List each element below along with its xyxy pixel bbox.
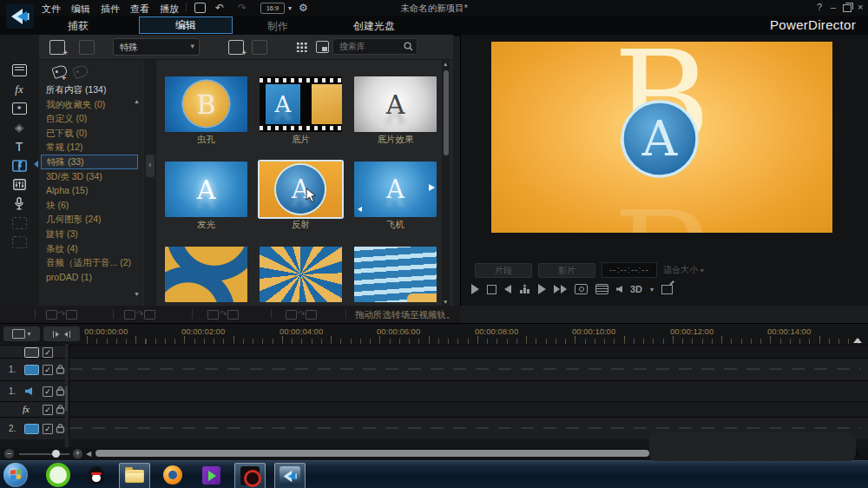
fast-forward-button[interactable] [554, 285, 567, 293]
category-stripes[interactable]: 条纹 (4) [41, 241, 138, 256]
video-track-1-row[interactable]: 1. ✓ [0, 358, 868, 380]
zoom-out-button[interactable]: – [4, 449, 14, 458]
taskbar-firefox-icon[interactable] [158, 463, 187, 487]
tracks-vertical-scrollbar[interactable] [65, 344, 69, 447]
library-scroll-down-icon[interactable]: ▼ [443, 299, 448, 305]
volume-button[interactable] [616, 286, 622, 293]
zoom-slider-track[interactable] [19, 453, 69, 455]
library-filter-dropdown[interactable]: 特殊 ▾ [113, 38, 200, 56]
transition-thumb-reflection-selected[interactable]: A [260, 162, 342, 217]
new-folder-icon[interactable]: + [228, 40, 244, 55]
category-scroll-down-icon[interactable]: ▼ [134, 291, 140, 297]
tab-create-disc[interactable]: 创建光盘 [353, 19, 395, 34]
taskbar-explorer-icon[interactable] [119, 463, 150, 488]
category-3d[interactable]: 3D/类 3D (34) [41, 169, 138, 184]
effect-room-icon[interactable]: fx [11, 82, 27, 96]
undock-preview-button[interactable] [661, 285, 673, 294]
close-button[interactable]: × [858, 2, 863, 13]
menu-plugins[interactable]: 插件 [101, 3, 120, 16]
scroll-left-icon[interactable]: ◀ [86, 450, 91, 458]
tab-capture[interactable]: 捕获 [68, 19, 89, 34]
zoom-in-button[interactable]: + [73, 449, 82, 458]
minimize-button[interactable]: – [831, 2, 836, 13]
aspect-ratio-badge[interactable]: 16:9 [260, 3, 285, 14]
track-lock-icon[interactable] [56, 364, 65, 374]
start-button[interactable] [3, 463, 28, 487]
category-favorites[interactable]: 我的收藏夹 (0) [41, 97, 138, 112]
library-search-input[interactable] [338, 40, 402, 53]
transition-thumb-sunburst[interactable] [260, 247, 342, 302]
category-general[interactable]: 常规 (12) [41, 140, 138, 155]
pip-objects-room-icon[interactable]: ✶ [11, 101, 27, 115]
library-scrollbar-thumb[interactable] [444, 70, 449, 155]
aspect-chevron-icon[interactable]: ▾ [288, 2, 292, 16]
transition-room-icon[interactable] [11, 158, 27, 173]
track-enable-checkbox[interactable]: ✓ [43, 386, 53, 397]
transition-thumb-plane[interactable]: A [354, 162, 437, 217]
audio-track-1-row[interactable]: 1. ✓ [0, 380, 868, 401]
preview-quality-button[interactable] [595, 284, 608, 294]
category-rotate[interactable]: 旋转 (3) [41, 227, 138, 241]
category-audio[interactable]: 音频（适用于音... (2) [41, 255, 138, 270]
timecode-display[interactable]: --:--:--:-- [602, 262, 657, 278]
import-media-icon[interactable]: + [49, 40, 65, 55]
collapse-panel-button[interactable]: ‹ [146, 155, 155, 177]
movie-mode-button[interactable]: 影片 [538, 263, 595, 278]
voice-over-room-icon[interactable] [11, 196, 27, 211]
zoom-slider-handle[interactable] [52, 450, 60, 458]
3d-chevron-icon[interactable]: ▾ [650, 286, 654, 293]
redo-icon[interactable]: ↷ [238, 1, 247, 15]
track-enable-checkbox[interactable]: ✓ [43, 424, 53, 434]
timeline-scrollbar-thumb[interactable] [95, 450, 649, 457]
fit-timeline-button[interactable] [43, 326, 80, 341]
category-scroll-up-icon[interactable]: ▲ [134, 98, 140, 104]
menu-view[interactable]: 查看 [130, 3, 149, 16]
snapshot-button[interactable] [575, 284, 588, 294]
transition-thumb-glow[interactable]: A [165, 162, 247, 217]
taskbar-media-play-icon[interactable] [196, 463, 226, 487]
taskbar-recorder-icon[interactable] [234, 463, 266, 488]
clip-mode-button[interactable]: 片段 [475, 263, 532, 278]
save-icon[interactable] [194, 3, 206, 16]
transition-thumb-film-effect[interactable]: A [354, 76, 437, 132]
media-room-icon[interactable] [11, 63, 27, 77]
previous-frame-button[interactable] [504, 285, 511, 293]
track-manager-button[interactable]: ▾ [3, 326, 40, 341]
title-room-icon[interactable]: T [11, 139, 27, 154]
stop-button[interactable] [487, 285, 496, 294]
menu-file[interactable]: 文件 [42, 3, 61, 16]
fit-size-dropdown[interactable]: 适合大小 ▾ [663, 263, 713, 276]
track-lock-icon[interactable] [56, 386, 65, 396]
taskbar-qq-icon[interactable] [82, 463, 111, 487]
category-alpha[interactable]: Alpha (15) [41, 183, 138, 198]
taskbar-powerdirector-icon[interactable] [274, 463, 306, 488]
help-button[interactable]: ? [817, 2, 822, 13]
transition-thumb-crescent[interactable] [165, 247, 247, 302]
category-downloaded[interactable]: 已下载 (0) [41, 126, 138, 141]
category-all[interactable]: 所有内容 (134) [41, 82, 138, 97]
category-custom[interactable]: 自定义 (0) [41, 111, 138, 126]
category-geometry[interactable]: 几何图形 (24) [41, 212, 138, 227]
track-lock-icon[interactable] [56, 404, 65, 414]
undo-icon[interactable]: ↶ [215, 1, 224, 15]
category-prodad[interactable]: proDAD (1) [41, 270, 138, 285]
play-button[interactable] [471, 284, 479, 294]
effect-track-row[interactable]: fx ✓ [0, 401, 868, 417]
settings-gear-icon[interactable]: ⚙ [299, 1, 308, 15]
grid-view-icon[interactable] [296, 42, 307, 52]
menu-play[interactable]: 播放 [160, 3, 179, 16]
timeline-playhead-marker[interactable] [853, 338, 862, 343]
master-track-checkbox[interactable]: ✓ [43, 347, 53, 358]
tab-produce[interactable]: 制作 [267, 19, 288, 34]
category-splitter[interactable] [144, 60, 156, 306]
track-enable-checkbox[interactable]: ✓ [43, 405, 53, 415]
thumbnail-size-icon[interactable] [316, 41, 329, 53]
tab-edit[interactable]: 编辑 [139, 16, 233, 34]
particle-room-icon[interactable]: ◈ [11, 120, 27, 135]
maximize-button[interactable] [843, 4, 852, 12]
menu-edit[interactable]: 编辑 [71, 3, 90, 16]
search-icon[interactable] [404, 42, 413, 51]
track-lock-icon[interactable] [56, 423, 65, 433]
next-frame-button[interactable] [538, 284, 546, 294]
transition-thumb-film[interactable]: A [260, 76, 342, 132]
